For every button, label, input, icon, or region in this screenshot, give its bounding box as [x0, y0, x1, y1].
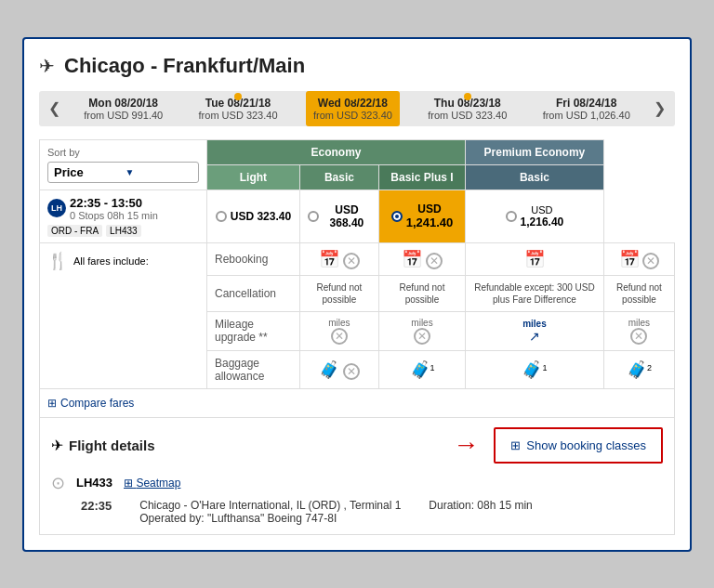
flight-row: LH 22:35 - 13:50 0 Stops 08h 15 min ORD …: [40, 189, 675, 242]
calendar-icon-light: 📅: [319, 250, 339, 268]
x-bag-light: ✕: [343, 363, 360, 380]
flight-details-title: Flight details: [69, 438, 155, 453]
price-basic-plus-2: 1,241.40: [406, 216, 454, 229]
miles-label-premium: miles: [612, 318, 667, 328]
x-icon-basic: ✕: [426, 253, 443, 269]
booking-icon: ⊞: [510, 438, 521, 452]
price-cell-light[interactable]: USD 323.40: [207, 189, 300, 242]
sort-by-label: Sort by: [47, 147, 199, 158]
baggage-basic: 🧳1: [378, 350, 465, 388]
baggage-basic-plus: 🧳1: [466, 350, 604, 388]
seatmap-icon: ⊞: [124, 477, 133, 490]
sort-select-2[interactable]: Price ▼: [47, 162, 199, 183]
cancellation-premium: Refund not possible: [603, 275, 674, 311]
baggage-icon-basic-plus: 🧳: [522, 360, 542, 379]
date-price-1: from USD 323.40: [199, 110, 278, 121]
airline-logo-2: LH: [47, 199, 66, 217]
plane-icon: ✈: [39, 55, 55, 77]
baggage-badge-premium: 2: [647, 363, 652, 372]
compare-icon: ⊞: [47, 397, 57, 410]
main-card: ✈ Chicago - Frankfurt/Main ❮ Mon 08/20/1…: [22, 37, 692, 552]
baggage-icon-basic: 🧳: [410, 360, 430, 379]
miles-blue-label: miles: [473, 319, 596, 329]
departure-time-col: 22:35: [81, 499, 112, 525]
basic-plus-th: Basic Plus I: [378, 164, 465, 189]
x-miles-premium: ✕: [630, 328, 647, 345]
baggage-light: 🧳 ✕: [299, 350, 378, 388]
date-dot-1: [234, 93, 242, 100]
header: ✈ Chicago - Frankfurt/Main: [39, 54, 675, 78]
flight-detail-info: 22:35 Chicago - O'Hare International, IL…: [51, 499, 663, 525]
baggage-badge-basic-plus: 1: [542, 363, 547, 372]
basic-th: Basic: [299, 164, 378, 189]
mileage-label: Mileage upgrade **: [207, 311, 300, 350]
arrow-right-icon: →: [453, 430, 479, 460]
all-fares-label-2: All fares include:: [73, 255, 149, 267]
compare-cell: ⊞ Compare fares: [47, 397, 215, 410]
calendar-icon-premium: 📅: [619, 250, 640, 268]
rebooking-premium: 📅 ✕: [603, 242, 674, 275]
date-item-2[interactable]: Wed 08/22/18 from USD 323.40: [306, 91, 400, 126]
usd-label: USD: [417, 203, 441, 216]
price-light-2: USD 323.40: [231, 210, 291, 223]
all-fares-cell-2: 🍴 All fares include:: [40, 242, 207, 388]
baggage-badge-basic: 1: [430, 363, 435, 372]
rebooking-row: 🍴 All fares include: Rebooking 📅 ✕ 📅 ✕ 📅: [40, 242, 675, 275]
price-cell-basic-plus[interactable]: USD 1,241.40: [378, 189, 465, 242]
date-item-4[interactable]: Fri 08/24/18 from USD 1,026.40: [536, 91, 638, 126]
refundable-text: Refundable except: 300 USD plus Fare Dif…: [473, 281, 596, 306]
mileage-light: miles ✕: [299, 311, 378, 350]
date-navigation: ❮ Mon 08/20/18 from USD 991.40 Tue 08/21…: [39, 91, 675, 126]
silverware-icon-2: 🍴: [47, 251, 68, 271]
flight-stops-2: 0 Stops 08h 15 min: [70, 210, 158, 221]
date-item-1[interactable]: Tue 08/21/18 from USD 323.40: [192, 91, 285, 126]
flight-num-detail: LH433: [76, 476, 112, 490]
operated-by: Operated by: "Lufthansa" Boeing 747-8I: [139, 512, 401, 525]
flight-sub-row: ⊙ LH433 ⊞ Seatmap: [51, 473, 663, 493]
miles-label-light: miles: [308, 318, 371, 328]
refund-not-possible-1: Refund not possible: [308, 281, 371, 306]
flight-details-header-row: ✈ Flight details → ⊞ Show booking classe…: [51, 427, 663, 464]
radio-light-2[interactable]: [216, 211, 227, 222]
seatmap-link[interactable]: ⊞ Seatmap: [124, 477, 180, 490]
date-price-0: from USD 991.40: [84, 110, 163, 121]
baggage-label: Baggage allowance: [207, 350, 300, 388]
date-price-3: from USD 323.40: [428, 110, 507, 121]
radio-premium-2[interactable]: [506, 211, 517, 222]
baggage-icon-light: 🧳: [319, 360, 339, 379]
next-date-button[interactable]: ❯: [648, 92, 671, 124]
fare-table: Sort by Price ▼ Economy Premium Economy …: [39, 139, 675, 389]
date-item-0[interactable]: Mon 08/20/18 from USD 991.40: [76, 91, 170, 126]
compare-fares-link[interactable]: ⊞ Compare fares: [47, 397, 215, 410]
cancellation-label: Cancellation: [207, 275, 300, 311]
economy-th: Economy: [207, 139, 466, 164]
date-dot-3: [464, 93, 471, 100]
seatmap-label: Seatmap: [136, 477, 180, 490]
light-th: Light: [207, 164, 300, 189]
compare-fares-label: Compare fares: [60, 397, 134, 410]
radio-basic-plus-2[interactable]: [391, 211, 403, 222]
radio-basic-2[interactable]: [308, 211, 319, 222]
calendar-icon-basic-plus: 📅: [524, 250, 545, 268]
price-basic-2: USD 368.40: [323, 203, 371, 229]
baggage-icon-premium: 🧳: [627, 360, 647, 379]
origin-text: Chicago - O'Hare International, IL (ORD)…: [139, 499, 401, 512]
lh-circle-icon: ⊙: [51, 473, 65, 493]
miles-label-basic: miles: [387, 318, 457, 328]
plane-icon-details: ✈: [51, 437, 63, 454]
mileage-basic: miles ✕: [378, 311, 465, 350]
date-item-3[interactable]: Thu 08/23/18 from USD 323.40: [420, 91, 514, 126]
rebooking-basic-plus: 📅: [466, 242, 604, 275]
rebooking-light: 📅 ✕: [299, 242, 378, 275]
mileage-basic-plus: miles ↗: [466, 311, 604, 350]
prev-date-button[interactable]: ❮: [43, 92, 66, 124]
cancellation-basic-plus: Refundable except: 300 USD plus Fare Dif…: [466, 275, 604, 311]
refund-not-possible-2: Refund not possible: [387, 281, 457, 306]
price-cell-premium[interactable]: USD 1,216.40: [466, 189, 604, 242]
date-price-2: from USD 323.40: [313, 110, 392, 121]
flight-tags-2: ORD - FRA LH433: [47, 225, 199, 237]
sort-cell: Sort by Price ▼: [40, 139, 207, 189]
price-cell-basic[interactable]: USD 368.40: [299, 189, 378, 242]
show-booking-classes-button[interactable]: ⊞ Show booking classes: [494, 427, 663, 464]
date-label-0: Mon 08/20/18: [88, 97, 158, 110]
